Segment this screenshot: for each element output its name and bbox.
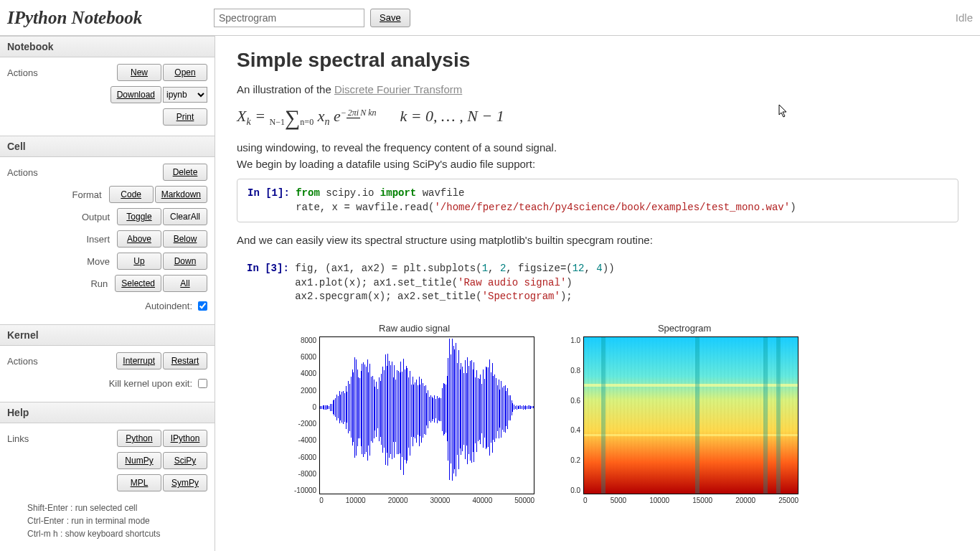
autoindent-checkbox[interactable] (198, 301, 207, 311)
code-button[interactable]: Code (109, 186, 154, 203)
dft-formula: Xk = N−1∑n=0 xn e−2πiN kn k = 0, … , N −… (237, 100, 958, 141)
run-all-button[interactable]: All (163, 275, 207, 292)
output-label: Output (82, 212, 110, 222)
kernel-status: Idle (956, 11, 973, 24)
body-text: We begin by loading a datafile using Sci… (237, 158, 958, 170)
page-title: Simple spectral analysis (237, 49, 958, 72)
chart-spectrogram: Spectrogram 1.00.80.60.40.20.0 050001000… (570, 323, 798, 504)
app-logo: IPython Notebook (7, 8, 214, 28)
sidebar: Notebook Actions New Open Download ipynb… (0, 36, 215, 551)
kill-kernel-label: Kill kernel upon exit: (109, 378, 192, 389)
run-selected-button[interactable]: Selected (115, 275, 161, 292)
output-charts: Raw audio signal 80006000400020000-2000-… (237, 323, 958, 504)
code-cell-2[interactable]: In [3]: fig, (ax1, ax2) = plt.subplots(1… (237, 255, 958, 311)
download-button[interactable]: Download (110, 86, 161, 103)
code-cell-1[interactable]: In [1]: from scipy.io import wavfile rat… (237, 179, 958, 222)
body-text: using windowing, to reveal the frequency… (237, 141, 958, 154)
section-kernel-header: Kernel (0, 324, 215, 346)
insert-label: Insert (86, 234, 110, 245)
actions-label: Actions (7, 356, 38, 367)
above-button[interactable]: Above (117, 230, 161, 248)
restart-button[interactable]: Restart (163, 352, 207, 369)
sympy-link[interactable]: SymPy (163, 474, 207, 491)
links-label: Links (7, 433, 29, 444)
toggle-button[interactable]: Toggle (117, 208, 161, 225)
autoindent-label: Autoindent: (145, 301, 192, 311)
kill-kernel-checkbox[interactable] (198, 379, 207, 388)
format-label: Format (72, 189, 101, 200)
delete-button[interactable]: Delete (163, 164, 207, 181)
shortcut-hint: Shift-Enter : run selected cell (0, 501, 215, 514)
section-notebook-header: Notebook (0, 36, 215, 57)
open-button[interactable]: Open (163, 64, 207, 81)
down-button[interactable]: Down (163, 253, 207, 270)
ipython-link[interactable]: IPython (163, 430, 207, 447)
save-button[interactable]: Save (370, 9, 410, 27)
run-label: Run (90, 278, 108, 289)
markdown-button[interactable]: Markdown (155, 186, 207, 203)
shortcut-hint: Ctrl-Enter : run in terminal mode (0, 514, 215, 527)
numpy-link[interactable]: NumPy (117, 452, 161, 469)
shortcut-hint: Ctrl-m h : show keyboard shortcuts (0, 527, 215, 540)
move-label: Move (87, 256, 110, 267)
clearall-button[interactable]: ClearAll (163, 208, 207, 225)
new-button[interactable]: New (117, 64, 161, 81)
notebook-title-input[interactable] (214, 9, 364, 27)
section-cell-header: Cell (0, 136, 215, 157)
body-text: And we can easily view its spectral stru… (237, 234, 958, 246)
chart-raw-audio: Raw audio signal 80006000400020000-2000-… (294, 323, 534, 504)
mpl-link[interactable]: MPL (117, 474, 161, 491)
actions-label: Actions (7, 67, 38, 78)
actions-label: Actions (7, 167, 38, 178)
up-button[interactable]: Up (117, 253, 161, 270)
notebook-content[interactable]: Simple spectral analysis An illustration… (215, 36, 980, 551)
interrupt-button[interactable]: Interrupt (116, 352, 161, 369)
scipy-link[interactable]: SciPy (163, 452, 207, 469)
section-help-header: Help (0, 402, 215, 423)
chart-title: Raw audio signal (294, 323, 534, 334)
dft-link[interactable]: Discrete Fourier Transform (334, 83, 462, 95)
python-link[interactable]: Python (117, 430, 161, 447)
below-button[interactable]: Below (163, 230, 207, 248)
download-format-select[interactable]: ipynb (163, 87, 207, 103)
print-button[interactable]: Print (163, 108, 207, 126)
chart-title: Spectrogram (570, 323, 798, 334)
intro-text: An illustration of the Discrete Fourier … (237, 83, 958, 95)
